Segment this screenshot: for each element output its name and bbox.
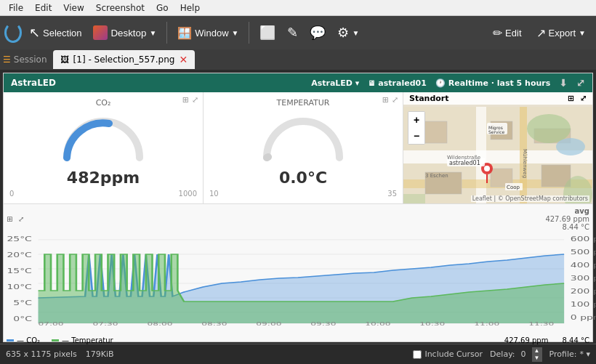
- temp-avg-display: 8.44 °C: [563, 336, 589, 344]
- map-zoom-out-button[interactable]: −: [408, 128, 424, 144]
- toolbar-separator-1: [166, 22, 167, 44]
- map-expand-icon[interactable]: ⤢: [580, 94, 587, 103]
- chart-copy-icon[interactable]: ⊞: [7, 215, 12, 223]
- astro-title: AstraLED: [11, 78, 311, 88]
- delay-value: 0: [521, 349, 526, 359]
- chart-legend: — CO₂ — Temperatur 427.69 ppm 8.44 °C: [7, 336, 589, 344]
- menu-view[interactable]: View: [57, 1, 89, 15]
- tab-title: [1] - Selection_557.png: [73, 54, 175, 65]
- co2-gauge-panel: ⊞ ⤢ CO₂ 482ppm 0 1000: [4, 92, 204, 203]
- astro-header-controls: AstraLED ▾ 🖥 astraled01 🕐 Realtime · las…: [311, 77, 585, 89]
- delay-down-button[interactable]: ▼: [532, 355, 542, 362]
- fullscreen-button[interactable]: ⬜: [255, 22, 280, 44]
- settings-dropdown-icon: ▼: [352, 29, 359, 37]
- map-attribution: Leaflet | © OpenStreetMap contributors: [471, 195, 589, 202]
- delay-control: Delay: 0 ▲ ▼: [490, 347, 541, 362]
- desktop-dropdown-icon: ▼: [149, 29, 156, 37]
- window-button[interactable]: 🪟 Window ▼: [173, 23, 243, 43]
- menu-edit[interactable]: Edit: [29, 1, 57, 15]
- co2-copy-icon[interactable]: ⊞: [182, 95, 189, 105]
- download-icon[interactable]: ⬇: [559, 77, 568, 89]
- co2-avg-display: 427.69 ppm: [504, 336, 549, 344]
- chart-avg-info: avg 427.69 ppm 8.44 °C: [545, 207, 589, 231]
- chart-icons: ⊞ ⤢: [7, 215, 24, 223]
- include-cursor-checkbox[interactable]: [413, 350, 422, 359]
- gear-icon: ⚙: [337, 25, 349, 41]
- window-icon: 🪟: [177, 26, 192, 40]
- window-label: Window: [195, 28, 228, 39]
- pencil-icon: ✎: [287, 25, 298, 41]
- temp-copy-icon[interactable]: ⊞: [382, 95, 389, 105]
- export-dropdown-icon: ▼: [579, 29, 586, 37]
- profile-control: Profile: * ▾: [549, 349, 590, 359]
- session-icon: ☰: [3, 54, 11, 65]
- toolbar-right: ✏ Edit ↗ Export ▼: [487, 23, 592, 43]
- expand-icon[interactable]: ⤢: [576, 77, 585, 89]
- desktop-label: Desktop: [110, 28, 146, 39]
- co2-legend-item: — CO₂: [7, 336, 40, 344]
- temp-avg: 8.44 °C: [563, 223, 589, 231]
- filesize-label: 179KiB: [86, 349, 114, 359]
- panels-row: ⊞ ⤢ CO₂ 482ppm 0 1000: [4, 92, 592, 204]
- tab-close-button[interactable]: ✕: [179, 54, 188, 65]
- fullscreen-icon: ⬜: [259, 25, 275, 41]
- temp-max: 35: [387, 190, 397, 198]
- main-content: AstraLED AstraLED ▾ 🖥 astraled01 🕐 Realt…: [0, 70, 596, 344]
- delay-spinner: ▲ ▼: [532, 347, 542, 362]
- cursor-tool-button[interactable]: ↖ Selection: [25, 22, 86, 44]
- map-zoom-in-button[interactable]: +: [408, 112, 424, 128]
- menu-file[interactable]: File: [3, 1, 29, 15]
- edit-icon-button[interactable]: ✎: [283, 22, 302, 44]
- svg-text:07:30: 07:30: [92, 321, 118, 327]
- co2-max: 1000: [179, 190, 197, 198]
- co2-label: CO₂: [96, 98, 111, 108]
- profile-label: Profile:: [549, 349, 577, 359]
- chart-avg-values: 427.69 ppm 8.44 °C: [504, 336, 589, 344]
- menu-help[interactable]: Help: [174, 1, 206, 15]
- svg-text:07:00: 07:00: [38, 321, 63, 327]
- svg-text:10:00: 10:00: [365, 321, 390, 327]
- edit-pencil-icon: ✏: [493, 26, 502, 40]
- tab-selection[interactable]: 🖼 [1] - Selection_557.png ✕: [53, 50, 196, 69]
- delay-up-button[interactable]: ▲: [532, 347, 542, 355]
- svg-text:500 ppm: 500 ppm: [571, 248, 596, 256]
- svg-point-14: [556, 138, 585, 155]
- svg-text:Wildenstraße: Wildenstraße: [447, 155, 480, 161]
- svg-text:09:30: 09:30: [310, 321, 336, 327]
- astro-panel: AstraLED AstraLED ▾ 🖥 astraled01 🕐 Realt…: [3, 73, 593, 342]
- desktop-button[interactable]: Desktop ▼: [89, 23, 161, 43]
- temp-legend-label: — Temperatur: [62, 336, 113, 344]
- statusbar-right: Include Cursor Delay: 0 ▲ ▼ Profile: * ▾: [413, 347, 590, 362]
- include-cursor-control: Include Cursor: [413, 349, 483, 359]
- svg-text:10:30: 10:30: [419, 321, 445, 327]
- toolbar-separator-2: [249, 22, 249, 44]
- profile-value[interactable]: * ▾: [579, 349, 590, 359]
- comment-button[interactable]: 💬: [305, 22, 330, 44]
- co2-gauge-svg: [60, 110, 147, 161]
- chart-expand-icon[interactable]: ⤢: [18, 215, 24, 223]
- cursor-icon: ↖: [29, 25, 40, 41]
- refresh-icon[interactable]: [4, 24, 22, 41]
- temp-expand-icon[interactable]: ⤢: [392, 95, 398, 105]
- svg-text:25°C: 25°C: [7, 235, 32, 243]
- co2-value: 482ppm: [67, 169, 140, 187]
- menu-screenshot[interactable]: Screenshot: [90, 1, 150, 15]
- co2-expand-icon[interactable]: ⤢: [192, 95, 198, 105]
- export-button[interactable]: ↗ Export ▼: [531, 23, 592, 43]
- svg-text:20°C: 20°C: [7, 251, 32, 259]
- tab-image-icon: 🖼: [60, 54, 69, 65]
- chart-header: ⊞ ⤢ avg 427.69 ppm 8.44 °C: [7, 207, 589, 231]
- svg-text:3 Eschen: 3 Eschen: [425, 173, 448, 179]
- temp-legend-color: [52, 339, 59, 341]
- astro-device[interactable]: AstraLED ▾: [311, 78, 359, 88]
- desktop-color-icon: [93, 25, 108, 40]
- astro-station: 🖥 astraled01: [368, 78, 427, 88]
- map-copy-icon[interactable]: ⊞: [568, 94, 574, 103]
- settings-button[interactable]: ⚙ ▼: [333, 22, 363, 44]
- svg-text:Mühlenweg: Mühlenweg: [522, 149, 528, 178]
- chart-body: 25°C 20°C 15°C 10°C 5°C 0°C 600 ppm 500 …: [7, 232, 589, 335]
- temp-label: TEMPERATUR: [276, 98, 329, 108]
- svg-text:100 ppm: 100 ppm: [571, 301, 596, 308]
- menu-go[interactable]: Go: [150, 1, 174, 15]
- edit-button[interactable]: ✏ Edit: [487, 23, 527, 43]
